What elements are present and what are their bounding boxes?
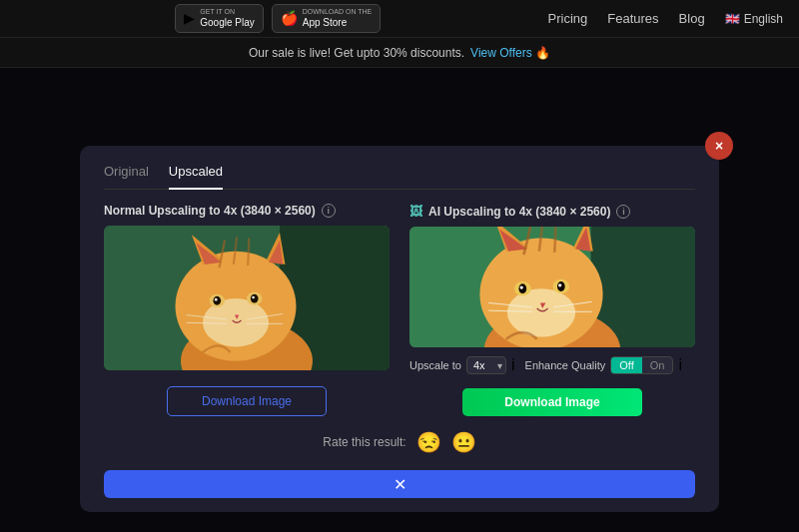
rating-section: Rate this result: 😒 😐	[104, 426, 695, 458]
normal-image-container	[104, 226, 390, 370]
tab-upscaled[interactable]: Upscaled	[169, 164, 223, 190]
normal-panel-header: Normal Upscaling to 4x (3840 × 2560) i	[104, 204, 390, 218]
ai-badge: 🖼	[409, 204, 422, 219]
ai-cat-image	[409, 227, 695, 347]
nav-pricing[interactable]: Pricing	[548, 11, 588, 26]
tabs-container: Original Upscaled	[104, 164, 695, 190]
flag-icon: 🇬🇧	[725, 12, 740, 26]
google-play-icon: ▶	[184, 10, 195, 26]
upscale-select[interactable]: 4x 1x 2x	[466, 356, 506, 374]
google-play-badge[interactable]: ▶ GET IT ON Google Play	[175, 4, 263, 32]
enhance-control: Enhance Quality Off On i	[525, 356, 682, 374]
upscale-info-icon[interactable]: i	[511, 356, 515, 374]
normal-panel: Normal Upscaling to 4x (3840 × 2560) i	[104, 204, 390, 416]
upscale-label: Upscale to	[409, 359, 461, 371]
svg-point-13	[215, 298, 218, 301]
download-normal-button[interactable]: Download Image	[167, 386, 327, 416]
enhance-label: Enhance Quality	[525, 359, 606, 371]
rating-emoji-neutral[interactable]: 😐	[451, 430, 476, 454]
svg-point-11	[213, 296, 221, 305]
app-store-badge[interactable]: 🍎 Download on the App Store	[272, 4, 382, 32]
ai-panel-header: 🖼 AI Upscaling to 4x (3840 × 2560) i	[409, 204, 695, 219]
upscale-control: Upscale to 4x 1x 2x i	[409, 355, 515, 374]
store-badges: ▶ GET IT ON Google Play 🍎 Download on th…	[175, 4, 381, 32]
language-selector[interactable]: 🇬🇧 English	[725, 12, 783, 26]
nav-links: Pricing Features Blog 🇬🇧 English	[548, 11, 783, 26]
nav-features[interactable]: Features	[607, 11, 658, 26]
normal-info-icon[interactable]: i	[322, 204, 336, 218]
svg-point-36	[558, 283, 561, 286]
svg-point-35	[520, 285, 523, 288]
rating-emoji-negative[interactable]: 😒	[416, 430, 441, 454]
main-background: × Original Upscaled Normal Upscaling to …	[0, 68, 799, 532]
toggle-on[interactable]: On	[642, 357, 673, 373]
svg-point-30	[507, 288, 575, 336]
upscale-select-wrapper: 4x 1x 2x	[466, 355, 506, 374]
expand-icon: ✕	[394, 475, 406, 494]
enhance-info-icon[interactable]: i	[678, 356, 682, 374]
enhance-toggle[interactable]: Off On	[610, 356, 673, 374]
expand-bar[interactable]: ✕	[104, 470, 695, 498]
panel-controls: Upscale to 4x 1x 2x i Enhance Quality	[409, 355, 695, 374]
svg-point-14	[252, 296, 255, 299]
close-button[interactable]: ×	[705, 132, 733, 160]
ai-panel: 🖼 AI Upscaling to 4x (3840 × 2560) i	[409, 204, 695, 416]
ai-image-container	[409, 227, 695, 347]
announcement-bar: Our sale is live! Get upto 30% discounts…	[0, 38, 799, 68]
tab-original[interactable]: Original	[104, 164, 149, 183]
apple-icon: 🍎	[281, 10, 298, 26]
ai-info-icon[interactable]: i	[616, 205, 630, 219]
download-ai-button[interactable]: Download Image	[462, 388, 642, 416]
toggle-off[interactable]: Off	[611, 357, 641, 373]
ai-badge-icon: 🖼	[409, 204, 422, 219]
svg-point-12	[251, 294, 259, 303]
navbar: ▶ GET IT ON Google Play 🍎 Download on th…	[0, 0, 799, 38]
view-offers-link[interactable]: View Offers 🔥	[470, 46, 550, 60]
comparison-panels: Normal Upscaling to 4x (3840 × 2560) i	[104, 204, 695, 416]
rating-label: Rate this result:	[323, 435, 405, 449]
normal-cat-image	[104, 226, 390, 370]
nav-blog[interactable]: Blog	[679, 11, 705, 26]
modal-card: × Original Upscaled Normal Upscaling to …	[80, 146, 719, 512]
